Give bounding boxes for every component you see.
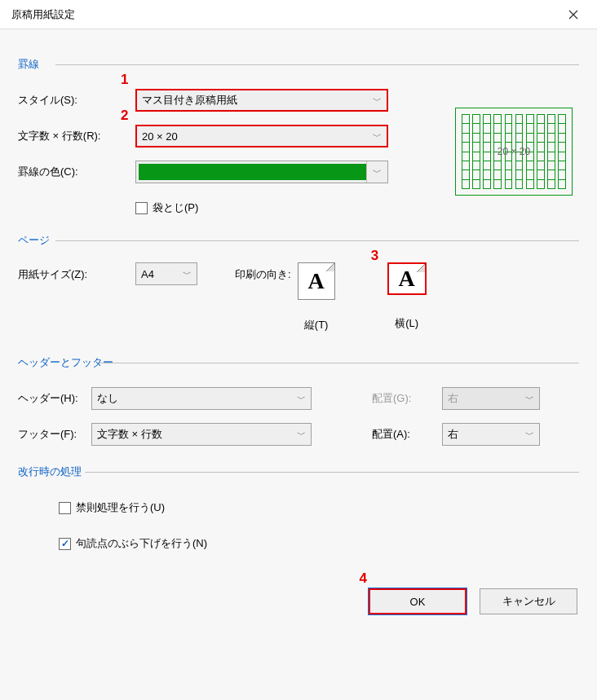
line-color-select[interactable]: ﹀ [135, 161, 388, 183]
group-linebreak: 改行時の処理 [18, 464, 579, 479]
footer-label: フッター(F): [18, 427, 91, 442]
close-button[interactable] [561, 2, 586, 27]
header-align-label: 配置(G): [372, 391, 442, 406]
annotation-2: 2 [121, 108, 128, 124]
color-label: 罫線の色(C): [18, 165, 135, 179]
grid-label: 文字数 × 行数(R): [18, 129, 135, 143]
chevron-down-icon: ﹀ [297, 429, 306, 441]
preview-text: 20 × 20 [498, 146, 530, 157]
footer-select[interactable]: 文字数 × 行数 ﹀ [91, 423, 312, 446]
kinsoku-checkbox[interactable]: 禁則処理を行う(U) [59, 500, 165, 515]
bag-binding-checkbox[interactable]: 袋とじ(P) [135, 200, 198, 215]
annotation-3: 3 [371, 248, 378, 264]
group-ruled-lines: 罫線 [18, 57, 579, 72]
footer-align-select[interactable]: 右 ﹀ [442, 423, 540, 446]
orientation-portrait[interactable]: A [298, 262, 335, 300]
chevron-down-icon: ﹀ [373, 130, 382, 143]
chevron-down-icon: ﹀ [525, 429, 534, 441]
annotation-4: 4 [360, 570, 367, 587]
chevron-down-icon: ﹀ [366, 161, 387, 183]
chevron-down-icon: ﹀ [373, 95, 382, 107]
footer-align-value: 右 [448, 427, 458, 442]
bag-binding-label: 袋とじ(P) [153, 200, 198, 215]
chevron-down-icon: ﹀ [297, 393, 306, 405]
footer-value: 文字数 × 行数 [97, 427, 162, 442]
header-label: ヘッダー(H): [18, 391, 91, 406]
cancel-button[interactable]: キャンセル [480, 588, 577, 614]
portrait-label: 縦(T) [298, 318, 335, 332]
page-corner-icon [326, 263, 334, 271]
header-select[interactable]: なし ﹀ [91, 387, 312, 410]
header-align-select: 右 ﹀ [442, 387, 540, 410]
chevron-down-icon: ﹀ [525, 393, 534, 405]
style-select[interactable]: マス目付き原稿用紙 ﹀ [135, 89, 388, 112]
letter-a-icon: A [399, 266, 415, 292]
landscape-label: 横(L) [387, 316, 427, 331]
group-header-footer: ヘッダーとフッター [18, 355, 579, 370]
orientation-landscape[interactable]: A [387, 262, 427, 295]
checkbox-box [59, 502, 71, 514]
kinsoku-label: 禁則処理を行う(U) [76, 500, 165, 515]
page-corner-icon [417, 264, 425, 272]
dialog-body: 罫線 1 スタイル(S): マス目付き原稿用紙 ﹀ 2 文字数 × 行数(R):… [0, 29, 597, 574]
style-label: スタイル(S): [18, 93, 135, 108]
paper-size-label: 用紙サイズ(Z): [18, 262, 135, 282]
button-bar: 4 OK キャンセル [0, 574, 597, 634]
paper-size-select[interactable]: A4 ﹀ [135, 262, 197, 285]
checkbox-box [135, 202, 148, 214]
header-value: なし [97, 391, 118, 406]
letter-a-icon: A [308, 268, 325, 294]
header-align-value: 右 [448, 391, 458, 406]
burasage-checkbox[interactable]: 句読点のぶら下げを行う(N) [59, 536, 207, 551]
group-page: ページ [18, 233, 579, 248]
chevron-down-icon: ﹀ [183, 268, 192, 280]
grid-preview: 20 × 20 [455, 108, 573, 196]
paper-size-value: A4 [141, 268, 154, 280]
grid-value: 20 × 20 [142, 130, 178, 143]
close-icon [568, 10, 578, 20]
dialog-title: 原稿用紙設定 [11, 7, 75, 22]
burasage-label: 句読点のぶら下げを行う(N) [76, 536, 207, 551]
annotation-1: 1 [121, 72, 128, 88]
style-value: マス目付き原稿用紙 [142, 93, 237, 108]
grid-select[interactable]: 20 × 20 ﹀ [135, 125, 388, 147]
checkbox-box [59, 538, 71, 550]
color-swatch [139, 164, 366, 180]
orientation-label: 印刷の向き: [235, 262, 291, 282]
footer-align-label: 配置(A): [372, 427, 442, 442]
ok-button[interactable]: OK [369, 588, 467, 614]
title-bar: 原稿用紙設定 [0, 0, 597, 29]
